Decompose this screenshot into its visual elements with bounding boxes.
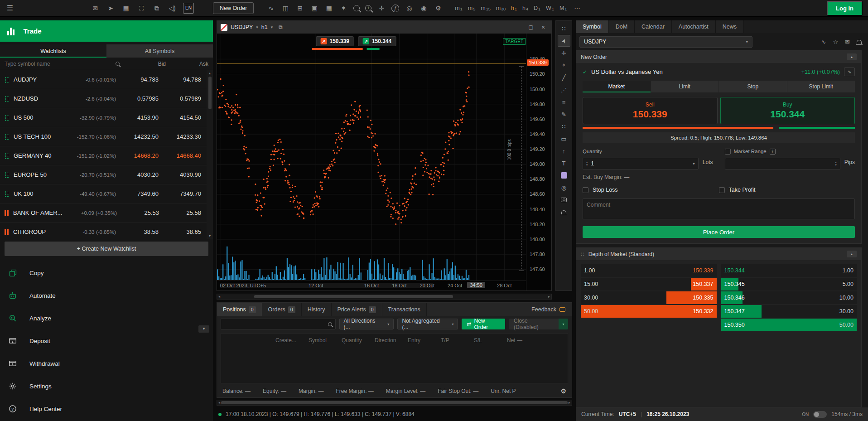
color-swatch-tool[interactable] [558,169,570,181]
positions-search-input[interactable] [224,321,325,327]
place-order-button[interactable]: Place Order [583,226,855,238]
order-type-tab[interactable]: Stop Limit [787,81,855,92]
stop-loss-checkbox[interactable] [583,187,588,193]
timeframe-button[interactable]: h4 [521,4,530,12]
order-type-tab[interactable]: Market [583,81,651,92]
dom-ask-row[interactable]: 150.345 5.00 [721,278,857,290]
timeframe-button[interactable]: m15 [479,4,492,12]
collapse-button[interactable]: ▴ [847,53,857,60]
screenshot-tool[interactable] [558,194,570,206]
close-dropdown-button[interactable]: ▾ [559,319,568,329]
watchlist-row[interactable]: UK 100 -49.40 (-0.67%) 7349.60 7349.70 [0,184,213,203]
bottom-scrollbar[interactable]: ◂ ▸ [217,400,572,406]
bid-price[interactable]: 7349.60 [116,190,159,197]
target-tool[interactable]: ⌖ [558,59,570,71]
menu-collapse-button[interactable]: ▾ [198,325,209,333]
dom-bid-row[interactable]: 1.00 150.339 [581,264,717,277]
watchlist-tab[interactable]: All Symbols [106,44,213,58]
feedback-button[interactable]: Feedback [525,303,572,316]
watchlist-row[interactable]: EUROPE 50 -20.70 (-0.51%) 4030.20 4030.9… [0,165,213,184]
scroll-right-icon[interactable]: ▸ [548,295,550,299]
text-tool[interactable]: T [558,157,570,169]
market-range-checkbox[interactable] [725,149,731,155]
sidebar-menu-item[interactable]: Withdrawal [0,352,213,375]
sidebar-menu-item[interactable]: Copy [0,261,213,284]
ask-price[interactable]: 4154.50 [159,114,201,121]
sidebar-menu-item[interactable]: Deposit [0,329,213,352]
watchlist-row[interactable]: NZDUSD -2.6 (-0.04%) 0.57985 0.57989 [0,89,213,108]
watchlist-row[interactable]: CITIGROUP -0.33 (-0.85%) 38.58 38.65 [0,223,213,239]
collapse-button[interactable]: ▴ [847,251,857,257]
multi-pane-icon[interactable]: ▦ [324,4,333,13]
column-header[interactable]: S/L [474,337,507,344]
gear-icon[interactable]: ⚙ [560,387,566,395]
positions-tab[interactable]: Orders 0 [262,303,302,316]
ask-price[interactable]: 94.788 [159,76,201,83]
panes-icon[interactable]: ◫ [281,4,290,13]
chart-symbol[interactable]: USDJPY [231,24,253,30]
timeframe-button[interactable]: W1 [544,4,556,12]
chart-gear-icon[interactable]: ⚙ [434,4,443,13]
dom-ask-row[interactable]: 150.344 1.00 [721,264,857,277]
sidebar-menu-item[interactable]: ? Help Center [0,397,213,420]
market-range-input[interactable] [728,160,832,167]
column-header[interactable]: Direction [375,337,408,344]
bid-price[interactable]: 4030.20 [116,171,159,178]
scrollbar-thumb[interactable] [221,401,568,404]
clone-icon[interactable]: ⧉ [152,4,161,13]
market-range-input-box[interactable]: ▴▾ [725,158,840,169]
timeframe-button[interactable]: M1 [558,4,569,12]
watchlist-row[interactable]: GERMANY 40 -151.20 (-1.02%) 14668.20 146… [0,146,213,165]
dom-bid-row[interactable]: 30.00 150.335 [581,291,717,304]
zoom-out-icon[interactable]: − [353,5,360,11]
mail-icon[interactable]: ✉ [91,4,100,13]
ask-price[interactable]: 7349.70 [159,190,201,197]
bid-price[interactable]: 14668.20 [116,152,159,159]
order-type-tab[interactable]: Limit [651,81,719,92]
connection-toggle[interactable] [813,411,827,418]
new-order-button[interactable]: ⇄ New Order [462,319,505,329]
right-tab[interactable]: DoM [609,20,635,33]
trendline-tool[interactable]: ╱ [558,72,570,83]
info-icon[interactable]: i [770,149,776,155]
column-header[interactable]: Net — [507,337,540,344]
single-pane-icon[interactable]: ▣ [310,4,319,13]
watchlist-row[interactable]: US TECH 100 -152.70 (-1.06%) 14232.50 14… [0,127,213,146]
fibonacci-tool[interactable]: ≡ [558,96,570,108]
sidebar-menu-item[interactable]: Automate [0,284,213,307]
dom-ask-row[interactable]: 150.350 50.00 [721,319,857,331]
chart-scrollbar[interactable]: ◂ ▸ [217,294,552,300]
link-chart-icon[interactable]: ∿ [821,39,826,45]
volume-icon[interactable]: ◁) [168,4,177,13]
watchlist-scrollbar[interactable]: ▴ ▾ [207,70,213,239]
scrollbar-thumb[interactable] [254,295,453,298]
drag-handle-icon[interactable] [5,153,9,159]
ask-price[interactable]: 0.57989 [159,95,201,102]
alert-bell-tool[interactable] [558,206,570,218]
target-icon[interactable]: ◎ [405,4,414,13]
drag-handle-icon[interactable] [5,77,9,83]
new-order-button[interactable]: New Order [213,2,254,14]
drag-handle-icon[interactable]: ∷ [558,23,570,34]
scroll-left-icon[interactable]: ◂ [218,401,220,405]
sell-button[interactable]: Sell 150.339 [583,97,718,124]
column-header[interactable]: Quantity [342,337,375,344]
chevron-down-icon[interactable]: ▾ [271,25,273,29]
right-tab[interactable]: Symbol [576,20,609,33]
bid-price[interactable]: 38.58 [116,228,159,235]
quantity-stepper[interactable]: ▴▾ ▾ [583,158,699,169]
positions-tab[interactable]: Positions 0 [217,303,262,316]
chart-timeframe[interactable]: h1 [261,24,268,30]
right-tab[interactable]: Autochartist [672,20,716,33]
brush-tool[interactable]: ✎ [558,108,570,120]
quick-sell-button[interactable]: ↗ 150.339 [316,36,354,46]
drag-handle-icon[interactable] [5,191,9,197]
close-icon[interactable]: ✕ [539,23,548,32]
scroll-up-icon[interactable]: ▴ [209,71,211,75]
direction-filter-select[interactable]: All Directions (... ▾ [339,319,394,329]
watchlist-tab[interactable]: Watchlists [0,44,106,58]
positions-search[interactable] [221,319,336,329]
language-badge[interactable]: EN [183,3,194,14]
watchlist-row[interactable]: BANK OF AMER... +0.09 (+0.35%) 25.53 25.… [0,203,213,223]
bid-price[interactable]: 25.53 [117,209,159,216]
